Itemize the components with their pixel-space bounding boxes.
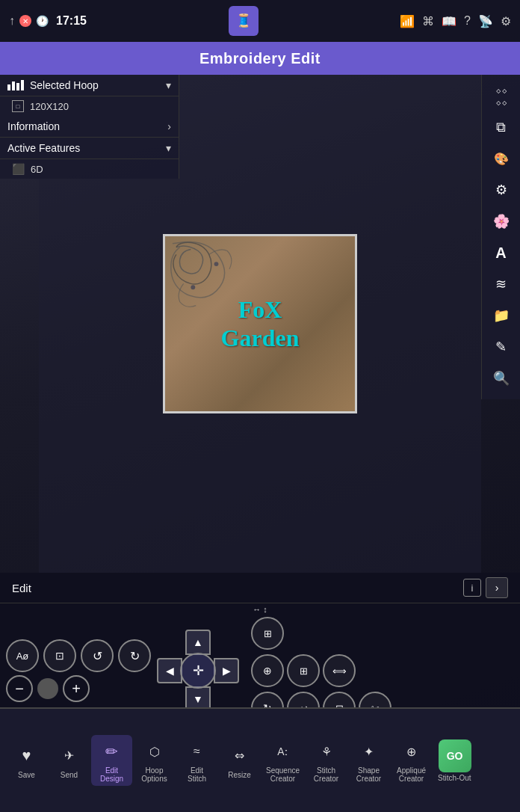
dpad-right-button[interactable]: ▶: [214, 658, 239, 683]
layers-top-button[interactable]: ⬦⬦⬦⬦: [485, 81, 518, 111]
crop-button[interactable]: ⊡: [43, 639, 76, 672]
edit-design-toolbar-item[interactable]: ✏ EditDesign: [91, 735, 132, 786]
resize-label: Resize: [228, 771, 251, 779]
right-sidebar: ⬦⬦⬦⬦ ⧉ 🎨 ⚙ 🌸 A ≋ 📁 ✎ 🔍: [481, 75, 520, 399]
shape-creator-icon: ✦: [356, 738, 383, 765]
zoom-fit-button[interactable]: ⊞: [287, 654, 320, 687]
active-features-row[interactable]: Active Features ▾: [0, 138, 179, 159]
sequence-creator-label: SequenceCreator: [266, 766, 300, 783]
save-toolbar-item[interactable]: ♥ Save: [6, 739, 47, 782]
svg-rect-0: [165, 236, 355, 411]
go-button[interactable]: GO: [439, 739, 471, 772]
stitch-out-toolbar-item[interactable]: GO Stitch-Out: [433, 736, 475, 785]
hoop-value-item[interactable]: □ 120X120: [0, 96, 179, 116]
page-title: Embroidery Edit: [199, 50, 321, 67]
text-button[interactable]: A: [485, 238, 518, 268]
hoop-frame-icon: □: [12, 100, 24, 112]
edit-stitch-toolbar-item[interactable]: ≈ EditStitch: [176, 735, 217, 786]
wifi-icon: 📶: [400, 14, 415, 28]
expand-button[interactable]: ›: [486, 577, 508, 598]
rotate-cw-button[interactable]: ↻: [118, 639, 151, 672]
zoom-in-button[interactable]: +: [63, 675, 90, 702]
pattern-button[interactable]: 🌸: [485, 206, 518, 236]
folder-button[interactable]: 📁: [485, 301, 518, 330]
shape-creator-toolbar-item[interactable]: ✦ ShapeCreator: [348, 735, 389, 786]
hoop-options-label: HoopOptions: [141, 766, 167, 783]
hoop-size-value: 120X120: [30, 101, 69, 112]
edit-label: Edit: [12, 582, 31, 594]
shape-creator-label: ShapeCreator: [356, 766, 381, 783]
information-arrow: ›: [167, 120, 171, 132]
settings-button[interactable]: ⚙: [485, 175, 518, 205]
toolbar-row: ♥ Save ✈ Send ✏ EditDesign ⬡ HoopOptions…: [0, 709, 520, 812]
save-icon: ♥: [13, 742, 40, 769]
up-arrow-icon: ↑: [9, 14, 15, 28]
hoop-bars-icon: [7, 80, 24, 90]
zoom-out-button[interactable]: −: [6, 675, 33, 702]
palette-button[interactable]: 🎨: [485, 144, 518, 173]
send-label: Send: [61, 771, 78, 779]
resize-icon: ⇔: [226, 742, 253, 769]
bottom-toolbar: ♥ Save ✈ Send ✏ EditDesign ⬡ HoopOptions…: [0, 707, 520, 812]
applique-creator-toolbar-item[interactable]: ⊕ AppliquéCreator: [391, 735, 432, 786]
color-dot[interactable]: [37, 678, 58, 699]
stitch-creator-label: StitchCreator: [314, 766, 338, 783]
bar4: [21, 80, 24, 90]
edit-design-label: EditDesign: [100, 766, 123, 783]
hoop-options-toolbar-item[interactable]: ⬡ HoopOptions: [134, 735, 175, 786]
right-row1: ⊞: [251, 617, 391, 650]
dpad-center-button[interactable]: ✛: [180, 653, 216, 689]
feature-value: 6D: [31, 164, 43, 175]
selected-hoop-header[interactable]: Selected Hoop ▾: [0, 75, 179, 96]
search-button[interactable]: 🔍: [485, 363, 518, 393]
dpad-up-button[interactable]: ▲: [185, 630, 211, 655]
selected-hoop-label: Selected Hoop: [30, 79, 99, 91]
text-edit-button[interactable]: Aø: [6, 639, 39, 672]
scroll-button[interactable]: ⟺: [323, 654, 356, 687]
dpad: ▲ ▼ ◀ ▶ ✛: [157, 630, 239, 712]
svg-point-2: [191, 285, 195, 289]
send-icon: ✈: [56, 742, 83, 769]
edit-design-icon: ✏: [99, 738, 126, 765]
bar2: [12, 81, 15, 90]
feature-6d-item[interactable]: ⬛ 6D: [0, 159, 179, 179]
sequence-creator-toolbar-item[interactable]: Aː SequenceCreator: [261, 735, 304, 786]
gear-icon: ⚙: [501, 14, 511, 28]
frame-button[interactable]: ⊞: [251, 617, 284, 650]
status-right: 📶 ⌘ 📖 ? 📡 ⚙: [400, 14, 511, 28]
center-button[interactable]: ⊕: [251, 654, 284, 687]
transform-row2: − +: [6, 675, 151, 702]
info-button[interactable]: i: [463, 579, 481, 597]
hoop-section: Selected Hoop ▾ □ 120X120: [0, 75, 179, 116]
layers-button[interactable]: ⧉: [485, 112, 518, 142]
dpad-left-button[interactable]: ◀: [157, 658, 182, 683]
help-icon: ?: [464, 14, 471, 28]
stitch-out-label: Stitch-Out: [438, 774, 471, 782]
right-row2: ⊕ ⊞ ⟺: [251, 654, 391, 687]
edit-label-bar: Edit i ›: [0, 573, 520, 603]
save-label: Save: [18, 771, 35, 779]
bottom-panel: Edit i › ↔ ↕ Aø ⊡ ↺ ↻ − + ▲ ▼: [0, 573, 520, 812]
stitch-button[interactable]: ≋: [485, 269, 518, 299]
svg-point-1: [214, 262, 219, 266]
close-icon: ✕: [19, 15, 31, 27]
sewing-machine-icon: 🧵: [229, 6, 259, 36]
edit-stitch-label: EditStitch: [188, 766, 206, 783]
edit-pencil-button[interactable]: ✎: [485, 332, 518, 362]
layers-icon: ⌘: [422, 14, 434, 28]
book-icon: 📖: [442, 14, 456, 28]
wifi2-icon: 📡: [478, 14, 493, 28]
feature-icon: ⬛: [12, 163, 25, 175]
hoop-options-icon: ⬡: [141, 738, 168, 765]
hoop-chevron: ▾: [166, 79, 171, 91]
left-sidebar: Selected Hoop ▾ □ 120X120 Information › …: [0, 75, 179, 179]
stitch-creator-toolbar-item[interactable]: ⚘ StitchCreator: [306, 735, 347, 786]
resize-toolbar-item[interactable]: ⇔ Resize: [219, 739, 260, 782]
stitch-creator-icon: ⚘: [313, 738, 340, 765]
rotate-ccw-button[interactable]: ↺: [81, 639, 114, 672]
left-controls: Aø ⊡ ↺ ↻ − +: [6, 639, 151, 702]
send-toolbar-item[interactable]: ✈ Send: [49, 739, 90, 782]
information-row[interactable]: Information ›: [0, 116, 179, 138]
edit-stitch-icon: ≈: [184, 738, 211, 765]
embroidery-frame: FoX Garden: [163, 234, 357, 413]
